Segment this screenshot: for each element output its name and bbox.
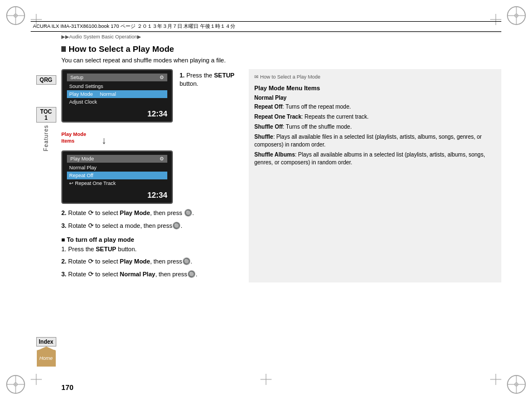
screen1-icon: ⚙: [159, 75, 164, 80]
page-number: 170: [61, 383, 74, 392]
turn-off-step2-bold: Play Mode: [120, 258, 150, 265]
corner-decoration-tl: [4, 4, 27, 27]
press-icon-3: 🔘: [172, 222, 181, 230]
mail-icon: ✉: [254, 74, 259, 80]
section-title-area: How to Select a Play Mode: [61, 44, 501, 53]
turn-off-step3-select: to select: [94, 271, 120, 277]
right-column: ✉ How to Select a Play Mode Play Mode Me…: [249, 69, 501, 282]
step2-bold: Play Mode: [120, 209, 150, 216]
crosshair-bottom-right: [490, 374, 501, 386]
left-column: Setup ⚙ Sound Settings Play Mode Normal …: [61, 69, 240, 282]
screen2-title: Play Mode: [70, 156, 94, 162]
press-icon-to2: 🔘: [182, 257, 191, 265]
step3-num: 3.: [61, 222, 66, 229]
right-breadcrumb-text: How to Select a Play Mode: [260, 74, 321, 80]
step3-select: to select a mode, then press: [94, 222, 172, 229]
file-info-text: ACURA ILX IMA-31TX86100.book 170 ページ ２０１…: [33, 23, 235, 30]
turn-off-step2-prefix: Rotate: [68, 258, 88, 265]
turn-off-step1: 1. Press the SETUP button.: [61, 245, 240, 253]
screen2-item-1: Normal Play: [67, 164, 167, 172]
annotation-container: Play ModeItems ↓: [61, 131, 240, 148]
turn-off-step3-num: 3.: [61, 271, 66, 277]
right-item1-bold: Repeat Off: [254, 104, 283, 110]
right-item3-bold: Shuffle Off: [254, 124, 283, 130]
turn-off-step1-prefix: 1. Press the: [61, 246, 96, 252]
section-subtitle: You can select repeat and shuffle modes …: [61, 57, 501, 64]
step2-end: , then press: [150, 209, 184, 216]
turn-off-title: ■ To turn off a play mode: [61, 236, 240, 243]
step1-end: button.: [180, 80, 199, 87]
right-item4-text: : Plays all available files in a selecte…: [254, 134, 482, 148]
screen2-time: 12:34: [67, 191, 167, 199]
features-label: Features: [43, 125, 49, 151]
screen2-title-bar: Play Mode ⚙: [67, 155, 167, 163]
section-heading: How to Select a Play Mode: [69, 44, 174, 53]
toc-button[interactable]: TOC 1: [36, 107, 56, 123]
screen1-mockup: Setup ⚙ Sound Settings Play Mode Normal …: [61, 69, 173, 127]
crosshair-bottom-left: [31, 374, 42, 386]
step3-text: 3. Rotate ⟳ to select a mode, then press…: [61, 221, 240, 231]
crosshair-bottom-center: [260, 374, 272, 386]
turn-off-step2-select: to select: [94, 258, 120, 265]
screen1-item-2: Play Mode Normal: [67, 90, 167, 98]
right-breadcrumb: ✉ How to Select a Play Mode: [254, 74, 496, 81]
step1-area: 1. Press the SETUP button.: [180, 69, 240, 92]
corner-decoration-bl: [4, 373, 27, 396]
title-marker: [61, 46, 66, 52]
screen2-icon: ⚙: [159, 156, 164, 162]
turn-off-step3-bold: Normal Play: [120, 271, 156, 277]
step2-text: 2. Rotate ⟳ to select Play Mode, then pr…: [61, 208, 240, 218]
screen1-item-1: Sound Settings: [67, 82, 167, 90]
home-icon: Home: [37, 350, 56, 367]
step1-prefix: Press the: [186, 72, 214, 79]
turn-off-step2-end: , then press: [150, 258, 182, 265]
step2-prefix: Rotate: [68, 209, 88, 216]
screen1-title-bar: Setup ⚙: [67, 74, 167, 81]
right-item1: Repeat Off: Turns off the repeat mode.: [254, 103, 496, 111]
turn-off-section: ■ To turn off a play mode 1. Press the S…: [61, 236, 240, 279]
right-item3: Shuffle Off: Turns off the shuffle mode.: [254, 123, 496, 131]
press-icon-2: 🔘: [184, 209, 192, 217]
screen1-menu: Sound Settings Play Mode Normal Adjust C…: [67, 81, 167, 107]
turn-off-step2-num: 2.: [61, 258, 66, 265]
screen1-title: Setup: [70, 75, 84, 80]
screen1-item-3: Adjust Clock: [67, 98, 167, 106]
right-heading1: Play Mode Menu Items: [254, 84, 496, 93]
main-content: How to Select a Play Mode You can select…: [61, 36, 501, 369]
right-heading2: Normal Play: [254, 94, 496, 102]
step2-select: to select: [94, 209, 120, 216]
screen1-time: 12:34: [67, 109, 167, 118]
home-button[interactable]: Home: [37, 350, 56, 367]
turn-off-step3-end: , then press: [155, 271, 187, 277]
right-item2: Repeat One Track: Repeats the current tr…: [254, 113, 496, 121]
right-item5: Shuffle Albums: Plays all available albu…: [254, 151, 496, 167]
right-item3-text: : Turns off the shuffle mode.: [283, 124, 352, 130]
rotate-icon-to2: ⟳: [88, 257, 94, 265]
press-icon-to3: 🔘: [187, 270, 196, 278]
right-item4-bold: Shuffle: [254, 134, 273, 140]
annotation-arrow-icon: ↓: [101, 135, 107, 147]
step1-text: 1. Press the SETUP button.: [180, 71, 240, 89]
step3-prefix: Rotate: [68, 222, 88, 229]
right-item2-text: : Repeats the current track.: [301, 114, 369, 120]
screen2-item-3: ↩ Repeat One Track: [67, 179, 167, 187]
corner-decoration-br: [505, 373, 528, 396]
sidebar: QRG TOC 1 Features Index Home: [31, 36, 61, 367]
turn-off-step3: 3. Rotate ⟳ to select Normal Play, then …: [61, 270, 240, 279]
two-column-layout: Setup ⚙ Sound Settings Play Mode Normal …: [61, 69, 501, 282]
index-button[interactable]: Index: [36, 337, 56, 347]
header-bar: ACURA ILX IMA-31TX86100.book 170 ページ ２０１…: [31, 21, 501, 32]
turn-off-step2: 2. Rotate ⟳ to select Play Mode, then pr…: [61, 257, 240, 266]
turn-off-step1-end: button.: [116, 246, 137, 252]
home-label: Home: [39, 355, 52, 361]
step1-bold: SETUP: [214, 72, 235, 79]
rotate-icon-to3: ⟳: [88, 270, 94, 278]
right-item4: Shuffle: Plays all available files in a …: [254, 133, 496, 149]
corner-decoration-tr: [505, 4, 528, 27]
right-item2-bold: Repeat One Track: [254, 114, 301, 120]
step3-period: .: [181, 222, 182, 229]
rotate-icon-2: ⟳: [88, 209, 94, 217]
qrg-button[interactable]: QRG: [36, 75, 56, 85]
step2-period: .: [192, 209, 194, 216]
toc-section: TOC 1 Features: [36, 101, 56, 151]
